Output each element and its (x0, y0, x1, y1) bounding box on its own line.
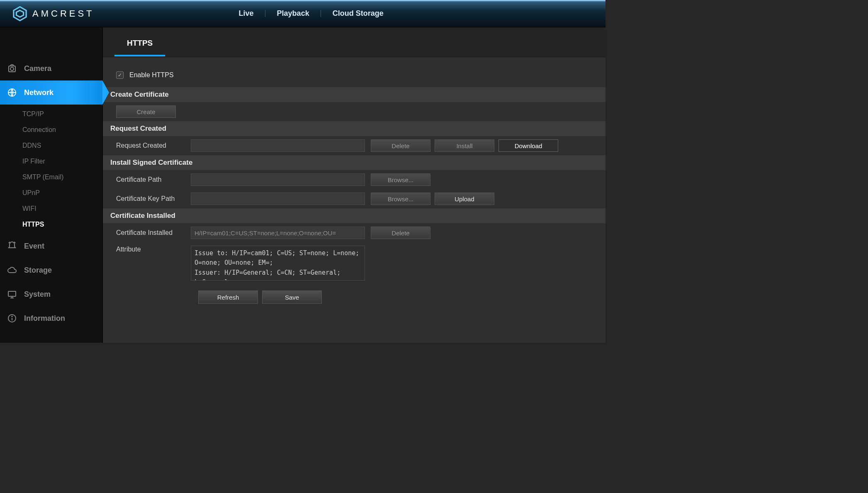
input-request-created[interactable] (191, 139, 365, 152)
sidebar-network-subitems: TCP/IP Connection DDNS IP Filter SMTP (E… (0, 105, 102, 234)
top-nav-live[interactable]: Live (227, 9, 265, 18)
sidebar: Camera Network TCP/IP Connection DDNS IP… (0, 27, 103, 343)
sidebar-item-label: Network (24, 88, 53, 97)
info-icon (7, 313, 17, 324)
sidebar-sub-ip-filter[interactable]: IP Filter (0, 154, 102, 169)
svg-point-9 (12, 316, 12, 317)
sidebar-item-label: Camera (24, 64, 51, 73)
sidebar-sub-tcpip[interactable]: TCP/IP (0, 106, 102, 122)
tabs-bar: HTTPS (103, 27, 605, 57)
label-request-created: Request Created (116, 142, 185, 149)
sidebar-item-label: Event (24, 242, 44, 251)
svg-rect-6 (8, 291, 16, 296)
input-certificate-installed[interactable] (191, 227, 365, 239)
input-certificate-key-path[interactable] (191, 193, 365, 205)
brand-text: AMCREST (32, 8, 95, 19)
upload-button[interactable]: Upload (435, 193, 494, 205)
download-request-button[interactable]: Download (498, 139, 558, 152)
sidebar-item-camera[interactable]: Camera (0, 56, 102, 81)
top-nav-playback[interactable]: Playback (265, 9, 321, 18)
sidebar-item-storage[interactable]: Storage (0, 258, 102, 282)
svg-point-3 (10, 67, 14, 71)
main-area: HTTPS ✓ Enable HTTPS Create Certificate … (103, 27, 605, 343)
top-nav-cloud-storage[interactable]: Cloud Storage (321, 9, 395, 18)
input-certificate-path[interactable] (191, 173, 365, 186)
label-certificate-path: Certificate Path (116, 176, 185, 183)
section-request-created: Request Created (103, 121, 605, 136)
section-install-signed: Install Signed Certificate (103, 155, 605, 170)
section-create-certificate: Create Certificate (103, 87, 605, 102)
cloud-icon (7, 265, 17, 276)
sidebar-item-event[interactable]: Event (0, 234, 102, 258)
install-request-button[interactable]: Install (435, 139, 494, 152)
label-certificate-installed: Certificate Installed (116, 229, 185, 237)
bell-icon (7, 241, 17, 251)
enable-https-checkbox[interactable]: ✓ (116, 71, 124, 79)
monitor-icon (7, 289, 17, 300)
textarea-attribute[interactable] (191, 246, 365, 281)
delete-installed-button[interactable]: Delete (371, 227, 430, 239)
content-panel: ✓ Enable HTTPS Create Certificate Create… (103, 57, 605, 314)
svg-marker-1 (16, 10, 23, 17)
save-button[interactable]: Save (262, 290, 322, 304)
label-certificate-key-path: Certificate Key Path (116, 195, 185, 203)
sidebar-sub-https[interactable]: HTTPS (0, 217, 102, 232)
enable-https-label: Enable HTTPS (129, 71, 174, 79)
section-certificate-installed: Certificate Installed (103, 208, 605, 223)
brand-logo: AMCREST (12, 6, 95, 21)
create-button[interactable]: Create (116, 105, 176, 118)
globe-icon (7, 87, 17, 98)
label-attribute: Attribute (116, 246, 185, 253)
top-nav: Live Playback Cloud Storage (227, 9, 395, 18)
sidebar-sub-upnp[interactable]: UPnP (0, 185, 102, 201)
enable-https-row: ✓ Enable HTTPS (103, 67, 605, 87)
top-header: AMCREST Live Playback Cloud Storage (0, 0, 605, 27)
sidebar-sub-smtp-email[interactable]: SMTP (Email) (0, 169, 102, 185)
sidebar-item-label: Storage (24, 266, 52, 275)
sidebar-item-network[interactable]: Network (0, 81, 102, 105)
delete-request-button[interactable]: Delete (371, 139, 430, 152)
browse-cert-button[interactable]: Browse... (371, 173, 430, 186)
sidebar-sub-ddns[interactable]: DDNS (0, 138, 102, 154)
sidebar-item-information[interactable]: Information (0, 306, 102, 330)
sidebar-item-label: Information (24, 314, 65, 323)
sidebar-sub-wifi[interactable]: WIFI (0, 201, 102, 217)
sidebar-item-label: System (24, 290, 51, 299)
svg-rect-4 (11, 65, 13, 66)
tab-https[interactable]: HTTPS (114, 29, 165, 56)
browse-key-button[interactable]: Browse... (371, 193, 430, 205)
svg-marker-0 (14, 7, 26, 20)
refresh-button[interactable]: Refresh (198, 290, 258, 304)
sidebar-sub-connection[interactable]: Connection (0, 122, 102, 138)
brand-hex-icon (12, 6, 27, 21)
camera-icon (7, 63, 17, 74)
sidebar-item-system[interactable]: System (0, 282, 102, 306)
